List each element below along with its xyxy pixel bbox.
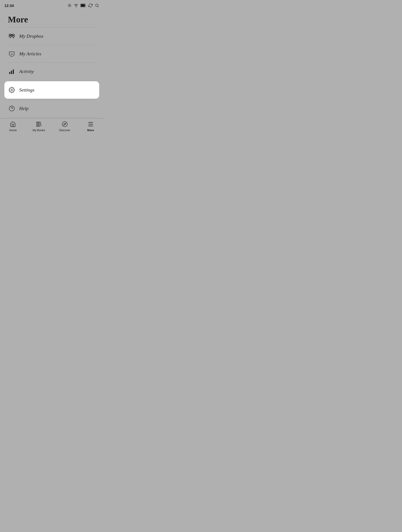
svg-point-22 (11, 89, 13, 91)
menu-item-settings[interactable]: Settings (4, 81, 99, 99)
help-label: Help (19, 106, 29, 111)
activity-icon (8, 68, 16, 75)
svg-line-8 (71, 4, 71, 5)
status-icons (67, 3, 99, 8)
nav-item-more[interactable]: More (78, 121, 104, 132)
gear-icon (8, 86, 16, 94)
svg-point-9 (76, 7, 76, 7)
pocket-icon (8, 50, 16, 58)
settings-label: Settings (19, 87, 34, 93)
menu-item-dropbox[interactable]: My Dropbox (0, 27, 104, 45)
svg-rect-11 (81, 4, 85, 7)
wifi-icon (74, 3, 78, 8)
help-icon (8, 105, 16, 112)
menu-item-articles[interactable]: My Articles (0, 45, 104, 63)
svg-line-13 (98, 6, 99, 7)
svg-point-23 (9, 106, 14, 111)
svg-rect-19 (9, 72, 10, 74)
nav-more-label: More (87, 128, 94, 132)
divider-5 (8, 117, 96, 117)
battery-icon (80, 4, 86, 8)
status-time: 12:34 (4, 4, 14, 8)
svg-line-4 (71, 6, 71, 7)
svg-line-7 (68, 6, 69, 7)
divider-3 (8, 80, 96, 80)
menu-item-help[interactable]: Help (0, 100, 104, 117)
svg-rect-21 (13, 70, 14, 74)
dropbox-icon (8, 32, 16, 40)
nav-item-discover[interactable]: Discover (52, 121, 78, 132)
home-icon (9, 121, 16, 128)
search-icon[interactable] (95, 3, 99, 8)
activity-label: Activity (19, 69, 34, 74)
articles-label: My Articles (19, 51, 41, 57)
menu-list: My Dropbox My Articles Acti (0, 27, 104, 117)
status-bar: 12:34 (0, 0, 104, 11)
bottom-nav: Home My Books Discover (0, 118, 104, 138)
discover-icon (61, 121, 68, 128)
dropbox-label: My Dropbox (19, 33, 43, 39)
svg-point-0 (69, 5, 71, 6)
page-title: More (0, 11, 104, 27)
svg-rect-26 (38, 122, 40, 127)
nav-item-home[interactable]: Home (0, 121, 26, 132)
nav-discover-label: Discover (59, 128, 71, 132)
more-icon (87, 121, 94, 128)
nav-mybooks-label: My Books (33, 128, 45, 132)
sync-icon (88, 3, 93, 8)
nav-home-label: Home (9, 128, 17, 132)
svg-rect-20 (11, 71, 12, 74)
brightness-icon (67, 3, 72, 8)
svg-point-27 (62, 121, 67, 127)
svg-marker-28 (64, 123, 66, 125)
svg-line-3 (68, 4, 69, 5)
menu-item-activity[interactable]: Activity (0, 63, 104, 80)
nav-item-mybooks[interactable]: My Books (26, 121, 52, 132)
svg-point-12 (96, 4, 98, 6)
svg-rect-25 (37, 122, 38, 127)
mybooks-icon (35, 121, 42, 128)
